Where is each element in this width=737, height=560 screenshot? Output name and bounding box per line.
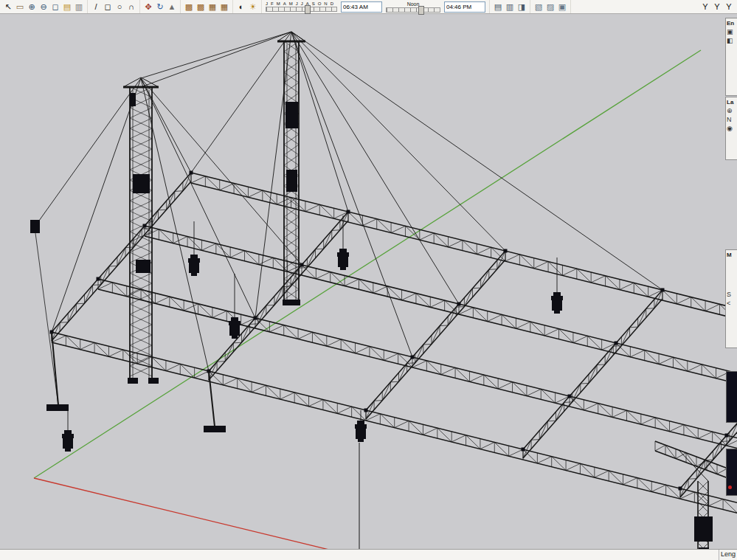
entity-info-icon-2[interactable]: ◧ (726, 36, 737, 45)
sunrise-time-field[interactable] (341, 1, 382, 13)
line-tool-icon[interactable]: / (90, 1, 102, 13)
top-view-icon[interactable]: ▥ (504, 1, 516, 13)
sandbox-from-scratch-icon[interactable]: Y (711, 1, 723, 13)
arc-tool-icon[interactable]: ∩ (125, 1, 137, 13)
shadow-date-months: JFMAMJJASOND (266, 1, 337, 6)
material-swatch-dark-2[interactable] (726, 449, 737, 496)
shadow-date-slider-thumb[interactable] (305, 5, 311, 14)
swatch-red-dot (728, 485, 732, 489)
styles-toggle-icon[interactable]: ▣ (556, 1, 568, 13)
push-pull-tool-icon[interactable]: ▲ (166, 1, 178, 13)
component-crate-1-icon[interactable]: ▩ (183, 1, 195, 13)
rotate-tool-icon[interactable]: ↻ (154, 1, 166, 13)
layers-panel-title: La (726, 97, 737, 106)
materials-back-button[interactable]: < (726, 299, 737, 308)
materials-row-label: S (726, 290, 737, 299)
toolbar-right-groups: ▤▥◨▧▨▣YYY (490, 0, 737, 13)
move-tool-icon[interactable]: ✥ (142, 1, 154, 13)
zoom-extents-tool-icon[interactable]: ◻ (49, 1, 61, 13)
shadow-time-slider-thumb[interactable] (418, 6, 424, 15)
measurement-label: Leng (719, 550, 737, 560)
section-plane-icon[interactable]: ▧ (533, 1, 544, 13)
layers-row-label: N (726, 115, 737, 124)
layers-radio-icon[interactable]: ◉ (726, 124, 737, 133)
materials-panel[interactable]: M S < (725, 249, 737, 348)
shadow-date-slider[interactable] (266, 7, 337, 12)
zoom-in-tool-icon[interactable]: ⊕ (26, 1, 38, 13)
noon-label: Noon (386, 1, 440, 7)
entity-info-icon-1[interactable]: ▣ (726, 27, 737, 36)
toolbar-group-views: ▤▥◨ (490, 0, 530, 13)
toolbar-group-draw: /◻○∩ (88, 0, 140, 13)
toolbar-group-extras: ▧▨▣ (530, 0, 571, 13)
toolbar-left-groups: ↖▭⊕⊖◻▤▥/◻○∩✥↻▲▩▩▦▦◐☀ (0, 0, 262, 13)
main-toolbar: ↖▭⊕⊖◻▤▥/◻○∩✥↻▲▩▩▦▦◐☀ JFMAMJJASOND Noon ▤… (0, 0, 737, 14)
layers-panel[interactable]: La ⊕ N ◉ (725, 97, 737, 160)
component-crate-3-icon[interactable]: ▦ (207, 1, 218, 13)
component-crate-2-icon[interactable]: ▩ (195, 1, 207, 13)
shadow-time-slider[interactable] (386, 7, 440, 13)
iso-view-icon[interactable]: ▤ (492, 1, 504, 13)
toolbar-group-modify: ✥↻▲ (140, 0, 181, 13)
print-icon[interactable]: ▥ (73, 1, 85, 13)
shadow-settings-icon[interactable]: ☀ (247, 1, 259, 13)
truss-towers (123, 32, 305, 384)
rectangle-tool-icon[interactable]: ◻ (102, 1, 114, 13)
wireframe-model (0, 13, 737, 550)
shadows-toggle-icon[interactable]: ◐ (235, 1, 247, 13)
entity-info-panel[interactable]: En ▣ ◧ (725, 18, 737, 96)
open-file-icon[interactable]: ▤ (61, 1, 73, 13)
layers-add-icon[interactable]: ⊕ (726, 106, 737, 115)
shadows-toolbar: JFMAMJJASOND Noon (262, 0, 490, 13)
front-view-icon[interactable]: ◨ (516, 1, 527, 13)
status-bar: Leng (0, 549, 737, 560)
sandbox-from-contours-icon[interactable]: Y (699, 1, 711, 13)
materials-panel-title: M (726, 250, 737, 259)
smoove-tool-icon[interactable]: Y (723, 1, 735, 13)
shadow-time-control: Noon (386, 1, 440, 13)
material-swatch-dark-1[interactable] (726, 371, 737, 423)
eraser-tool-icon[interactable]: ▭ (14, 1, 26, 13)
fog-toggle-icon[interactable]: ▨ (544, 1, 556, 13)
toolbar-group-sandbox: YYY (697, 0, 737, 13)
truss-grid (46, 171, 737, 550)
zoom-out-tool-icon[interactable]: ⊖ (38, 1, 49, 13)
3d-viewport[interactable] (0, 13, 737, 550)
component-crate-4-icon[interactable]: ▦ (218, 1, 230, 13)
sunset-time-field[interactable] (444, 1, 485, 13)
select-tool-icon[interactable]: ↖ (2, 1, 14, 13)
toolbar-group-shadow-toggles: ◐☀ (233, 0, 262, 13)
shadow-date-control: JFMAMJJASOND (266, 1, 337, 12)
circle-tool-icon[interactable]: ○ (114, 1, 125, 13)
toolbar-group-standard: ↖▭⊕⊖◻▤▥ (0, 0, 88, 13)
viewport-axes (34, 50, 701, 550)
entity-info-panel-title: En (726, 18, 737, 27)
toolbar-group-components: ▩▩▦▦ (181, 0, 233, 13)
